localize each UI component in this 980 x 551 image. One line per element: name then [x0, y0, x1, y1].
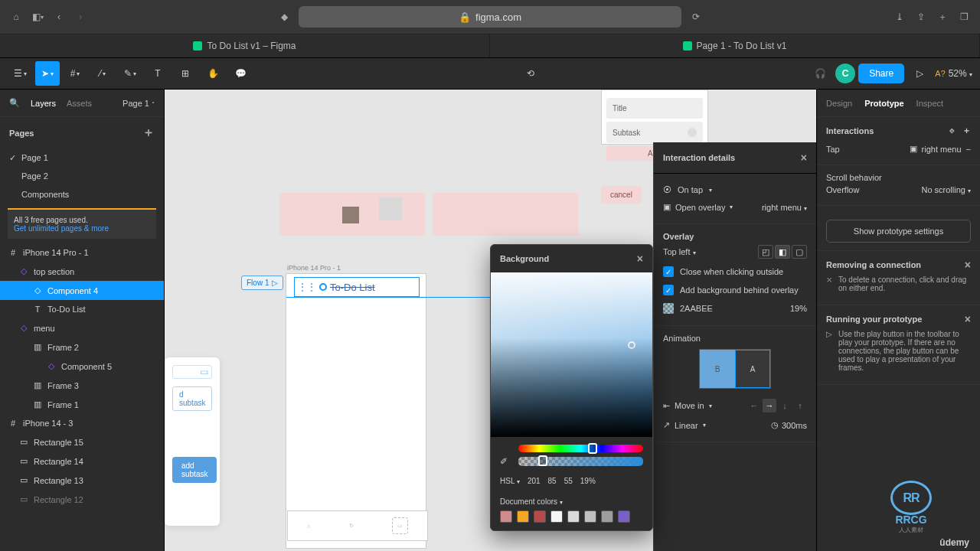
add-background-checkbox[interactable]: ✓Add background behind overlay: [663, 281, 807, 299]
hue-slider[interactable]: [518, 445, 643, 452]
alpha-slider[interactable]: [518, 457, 643, 466]
nav-add[interactable]: ▭: [392, 517, 408, 534]
home-icon[interactable]: ⌂: [9, 10, 23, 24]
overflow-select[interactable]: No scrolling ▾: [921, 185, 971, 194]
side-card[interactable]: ▭ d subtask add subtask: [165, 357, 220, 526]
share-icon[interactable]: ⇪: [914, 10, 928, 24]
a-value[interactable]: 19%: [580, 477, 596, 485]
layer-todo-list-text[interactable]: TTo-Do List: [0, 300, 164, 318]
connection-node[interactable]: [319, 283, 327, 291]
add-subtask-button[interactable]: d subtask: [172, 386, 212, 411]
nav-item[interactable]: ⌂: [307, 523, 310, 529]
swap-icon[interactable]: ⟐: [949, 126, 955, 135]
shape-tool[interactable]: ✎▾: [118, 61, 142, 86]
direction-buttons[interactable]: ←→↓↑: [747, 399, 807, 412]
history-back-icon[interactable]: ⟲: [518, 61, 543, 86]
comment-tool[interactable]: 💬: [228, 61, 253, 86]
text-tool[interactable]: T: [145, 61, 170, 86]
h-value[interactable]: 201: [528, 477, 541, 485]
layer-frame-iphone14pro1[interactable]: #iPhone 14 Pro - 1: [0, 243, 164, 262]
upgrade-link[interactable]: Get unlimited pages & more: [14, 224, 109, 233]
flow-starting-point[interactable]: Flow 1▷: [241, 276, 283, 290]
missing-fonts-badge[interactable]: A?: [935, 69, 945, 78]
overlay-card[interactable]: Title Subtask Add: [601, 90, 708, 145]
tab-prototype[interactable]: Prototype: [864, 99, 903, 108]
show-prototype-settings-button[interactable]: Show prototype settings: [826, 220, 971, 243]
pen-tool[interactable]: ∕▾: [90, 61, 115, 86]
back-icon[interactable]: ‹: [52, 10, 66, 24]
selected-component[interactable]: ⋮⋮ To-Do List: [294, 277, 420, 297]
add-subtask-button-filled[interactable]: add subtask: [172, 457, 217, 483]
user-avatar[interactable]: C: [835, 64, 855, 83]
subtask-field[interactable]: Subtask: [606, 122, 703, 143]
page-selector[interactable]: Page 1 ˄: [122, 99, 155, 108]
search-icon[interactable]: 🔍: [9, 98, 20, 108]
swatch[interactable]: [601, 510, 613, 523]
interaction-row[interactable]: Tap ▣right menu−: [826, 141, 971, 157]
title-field[interactable]: Title: [606, 98, 703, 119]
layer-frame-iphone14-3[interactable]: #iPhone 14 - 3: [0, 414, 164, 432]
trigger-select[interactable]: ⦿On tap▾: [663, 181, 807, 198]
layer-menu[interactable]: ◇menu: [0, 318, 164, 337]
swatch[interactable]: [550, 510, 563, 523]
page-item-2[interactable]: Page 2: [0, 167, 164, 185]
swatch[interactable]: [584, 510, 596, 523]
present-button[interactable]: ▷: [907, 61, 932, 86]
layer-rect-14[interactable]: ▭Rectangle 14: [0, 452, 164, 471]
layer-frame-1[interactable]: ▥Frame 1: [0, 395, 164, 414]
overlay-bg-hex[interactable]: 2AABEE: [680, 304, 713, 313]
add-interaction-button[interactable]: ＋: [962, 126, 971, 135]
action-select[interactable]: ▣Open overlay▾: [663, 202, 733, 212]
layer-rect-15[interactable]: ▭Rectangle 15: [0, 432, 164, 452]
layer-frame-3[interactable]: ▥Frame 3: [0, 376, 164, 395]
close-outside-checkbox[interactable]: ✓Close when clicking outside: [663, 262, 807, 281]
position-select[interactable]: Top left ▾: [663, 247, 696, 256]
small-square-2[interactable]: [379, 197, 402, 220]
small-square[interactable]: [342, 207, 359, 223]
tab-design[interactable]: Design: [826, 99, 852, 108]
canvas-shape[interactable]: [279, 193, 425, 236]
browser-tab-1[interactable]: To Do List v1 – Figma: [0, 34, 490, 57]
shield-icon[interactable]: ◆: [277, 10, 291, 24]
page-item-1[interactable]: Page 1: [0, 148, 164, 167]
document-colors-toggle[interactable]: Document colors ▾: [500, 497, 563, 506]
close-panel-icon[interactable]: ×: [801, 152, 807, 164]
canvas-shape[interactable]: [433, 193, 578, 236]
page-item-components[interactable]: Components: [0, 185, 164, 204]
layer-top-section[interactable]: ◇top section: [0, 262, 164, 281]
download-icon[interactable]: ⤓: [893, 10, 906, 24]
eyedropper-button[interactable]: ✐: [500, 456, 508, 467]
hand-tool[interactable]: ✋: [201, 61, 225, 86]
browser-tab-2[interactable]: Page 1 - To Do List v1: [490, 34, 980, 57]
layer-component-5[interactable]: ◇Component 5: [0, 357, 164, 376]
l-value[interactable]: 55: [564, 477, 573, 485]
nav-item[interactable]: ↻: [349, 523, 354, 529]
artboard-iphone[interactable]: ⋮⋮ To-Do List: [286, 273, 426, 549]
layer-frame-2[interactable]: ▥Frame 2: [0, 337, 164, 357]
close-tip-icon[interactable]: ×: [965, 313, 971, 325]
color-cursor[interactable]: [628, 341, 635, 349]
hue-knob[interactable]: [588, 443, 597, 454]
artboard-extra2[interactable]: [746, 90, 808, 143]
main-menu-button[interactable]: ☰▾: [8, 61, 32, 86]
upgrade-banner[interactable]: All 3 free pages used. Get unlimited pag…: [8, 208, 156, 239]
layers-tab[interactable]: Layers: [31, 99, 56, 108]
assets-tab[interactable]: Assets: [67, 99, 92, 108]
bottom-nav[interactable]: ⌂ ↻ ▭: [287, 510, 428, 541]
close-panel-icon[interactable]: ×: [637, 253, 643, 265]
add-page-button[interactable]: ＋: [142, 125, 155, 141]
swatch[interactable]: [534, 510, 546, 523]
color-mode-select[interactable]: HSL ▾: [500, 477, 520, 485]
animation-type-select[interactable]: ⇤Move in▾: [663, 401, 712, 411]
zoom-level[interactable]: 52% ▾: [949, 68, 972, 79]
swatch[interactable]: [567, 510, 580, 523]
layer-component-4[interactable]: ◇Component 4: [0, 281, 164, 300]
easing-select[interactable]: ↗Linear▾: [663, 420, 706, 430]
target-select[interactable]: right menu ▾: [762, 203, 807, 212]
position-presets[interactable]: ◰◧▢: [758, 245, 807, 259]
reload-icon[interactable]: ⟳: [689, 10, 703, 24]
s-value[interactable]: 85: [548, 477, 557, 485]
overlay-bg-opacity[interactable]: 19%: [790, 304, 807, 313]
toggle-icon[interactable]: [688, 128, 697, 137]
audio-icon[interactable]: 🎧: [808, 61, 832, 86]
